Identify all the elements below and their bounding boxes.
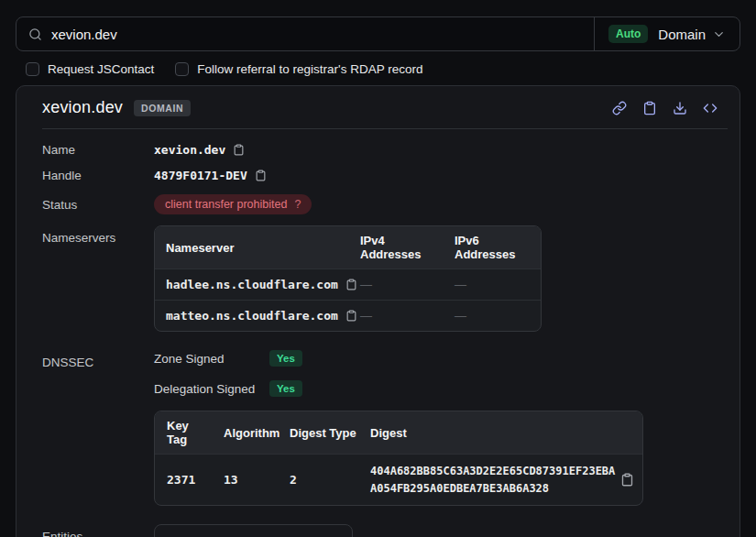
ipv6-value: — (444, 301, 541, 331)
status-value: client transfer prohibited (165, 198, 287, 211)
card-header: xevion.dev DOMAIN (16, 86, 740, 128)
option-follow-referral[interactable]: Follow referral to registrar's RDAP reco… (175, 62, 422, 76)
table-row: hadlee.ns.cloudflare.com — — (155, 268, 541, 300)
domain-result-card: xevion.dev DOMAIN (16, 85, 740, 537)
ipv4-value: — (349, 301, 444, 331)
status-label: Status (42, 198, 154, 212)
follow-referral-checkbox[interactable] (175, 62, 189, 76)
zone-signed-row: Zone Signed Yes (154, 350, 643, 367)
ds-table-header: Key Tag Algorithm Digest Type Digest (155, 411, 642, 454)
handle-value: 4879F0171-DEV (154, 169, 247, 182)
object-type-badge: DOMAIN (134, 100, 191, 116)
card-actions (612, 101, 718, 115)
query-options: Request JSContact Follow referral to reg… (26, 62, 756, 76)
digest-value: 404A682BB85C63A3D2E2E65CD87391EF23EBAA05… (370, 463, 620, 497)
entities-label: Entities (42, 524, 154, 537)
status-help-icon[interactable]: ? (294, 198, 301, 211)
key-tag-value: 2371 (155, 465, 212, 495)
dnssec-ds-table: Key Tag Algorithm Digest Type Digest 237… (154, 411, 643, 506)
nameservers-table: Nameserver IPv4 Addresses IPv6 Addresses… (154, 225, 542, 332)
link-icon (612, 101, 627, 115)
column-header-digest: Digest (358, 419, 642, 447)
ipv6-value: — (444, 269, 541, 300)
field-row-dnssec: DNSSEC Zone Signed Yes Delegation Signed… (42, 350, 714, 506)
column-header-nameserver: Nameserver (155, 234, 349, 262)
digest-type-value: 2 (278, 465, 358, 495)
algorithm-value: 13 (212, 465, 278, 495)
name-label: Name (42, 143, 154, 157)
copy-name-button[interactable] (233, 144, 245, 156)
ipv4-value: — (349, 269, 444, 300)
download-icon (673, 101, 687, 115)
domain-title: xevion.dev (42, 98, 123, 117)
follow-referral-label: Follow referral to registrar's RDAP reco… (197, 62, 422, 76)
view-source-button[interactable] (703, 101, 718, 115)
dnssec-details: Zone Signed Yes Delegation Signed Yes Ke… (154, 350, 643, 506)
nameserver-value: hadlee.ns.cloudflare.com (166, 278, 338, 291)
column-header-digest-type: Digest Type (278, 419, 358, 447)
chevron-down-icon (712, 27, 726, 41)
permalink-button[interactable] (612, 101, 627, 115)
field-row-entities: Entities Handle 1068 R (42, 524, 714, 537)
copy-icon (642, 101, 657, 115)
query-type-label: Domain (658, 27, 706, 42)
query-type-selector[interactable]: Auto Domain (594, 17, 740, 50)
auto-mode-badge: Auto (608, 25, 648, 43)
search-input[interactable] (51, 27, 582, 42)
nameservers-label: Nameservers (42, 225, 154, 245)
download-button[interactable] (673, 101, 687, 115)
table-row: matteo.ns.cloudflare.com — — (155, 300, 541, 331)
option-request-jscontact[interactable]: Request JSContact (26, 62, 154, 76)
delegation-signed-badge: Yes (269, 380, 302, 397)
jscontact-label: Request JSContact (48, 62, 154, 76)
delegation-signed-label: Delegation Signed (154, 382, 269, 396)
jscontact-checkbox[interactable] (26, 62, 39, 76)
entity-card: Handle 1068 Roles registrar (154, 524, 353, 537)
copy-digest-button[interactable] (620, 473, 634, 487)
dnssec-label: DNSSEC (42, 350, 154, 369)
search-input-area (16, 17, 594, 50)
column-header-ipv6: IPv6 Addresses (444, 226, 541, 268)
field-row-name: Name xevion.dev (42, 143, 714, 157)
search-icon (28, 27, 42, 41)
copy-record-button[interactable] (642, 101, 657, 115)
handle-label: Handle (42, 169, 154, 182)
status-badge: client transfer prohibited ? (154, 194, 312, 214)
search-bar: Auto Domain (16, 16, 740, 51)
copy-icon (233, 144, 245, 156)
field-row-nameservers: Nameservers Nameserver IPv4 Addresses IP… (42, 225, 714, 332)
name-value: xevion.dev (154, 143, 225, 157)
column-header-ipv4: IPv4 Addresses (349, 226, 444, 268)
column-header-key-tag: Key Tag (155, 411, 212, 454)
zone-signed-label: Zone Signed (154, 352, 269, 366)
field-row-status: Status client transfer prohibited ? (42, 194, 714, 214)
nameservers-table-header: Nameserver IPv4 Addresses IPv6 Addresses (155, 226, 541, 268)
table-row: 2371 13 2 404A682BB85C63A3D2E2E65CD87391… (155, 454, 642, 505)
column-header-algorithm: Algorithm (212, 419, 278, 447)
zone-signed-badge: Yes (269, 350, 302, 367)
copy-handle-button[interactable] (255, 170, 267, 181)
nameserver-value: matteo.ns.cloudflare.com (166, 309, 338, 323)
code-icon (703, 101, 718, 115)
copy-icon (255, 170, 267, 181)
card-body: Name xevion.dev Handle 4879F0171-DEV (16, 129, 740, 537)
field-row-handle: Handle 4879F0171-DEV (42, 169, 714, 182)
copy-icon (620, 473, 634, 487)
delegation-signed-row: Delegation Signed Yes (154, 380, 643, 397)
